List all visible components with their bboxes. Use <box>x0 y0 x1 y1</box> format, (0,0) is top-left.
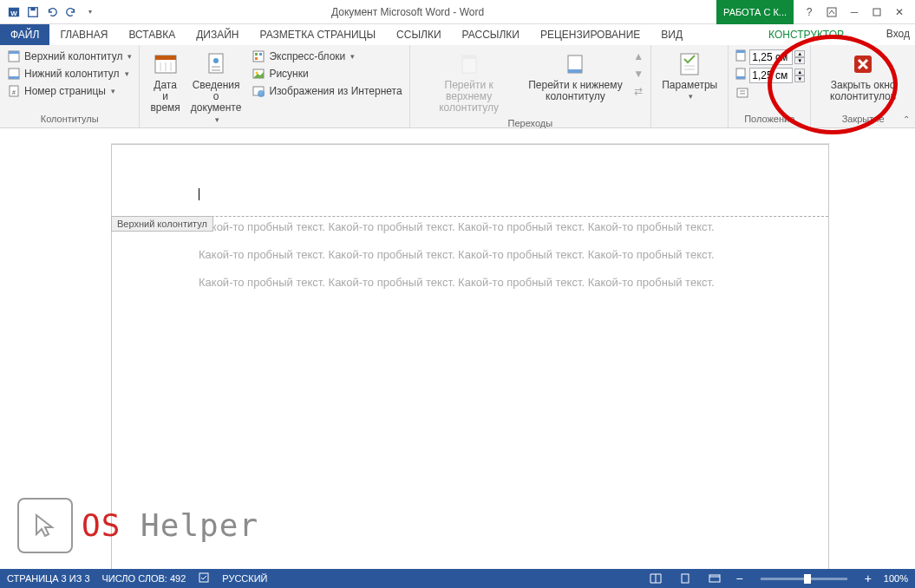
maximize-button[interactable] <box>866 3 887 21</box>
nav-prev-button: ▲ <box>631 49 645 64</box>
quick-parts-icon <box>252 49 265 63</box>
align-tab-icon <box>735 86 749 100</box>
quick-parts-button[interactable]: Экспресс-блоки▾ <box>250 49 403 64</box>
tab-layout[interactable]: РАЗМЕТКА СТРАНИЦЫ <box>250 24 387 45</box>
insert-alignment-tab[interactable] <box>734 85 805 101</box>
pictures-icon <box>252 67 265 81</box>
svg-rect-40 <box>737 88 748 97</box>
proofing-icon[interactable] <box>198 572 210 585</box>
zoom-slider[interactable] <box>761 578 847 580</box>
print-layout-button[interactable] <box>676 572 694 585</box>
tab-references[interactable]: ССЫЛКИ <box>386 24 451 45</box>
tab-design[interactable]: ДИЗАЙН <box>186 24 249 45</box>
goto-footer-label: Перейти к нижнему колонтитулу <box>528 80 624 102</box>
qat-customize-button[interactable]: ▾ <box>82 3 99 21</box>
svg-rect-33 <box>681 54 698 75</box>
doc-info-icon <box>202 50 230 78</box>
online-pictures-button[interactable]: Изображения из Интернета <box>250 83 403 99</box>
header-top-icon <box>734 49 748 65</box>
svg-rect-32 <box>568 69 582 73</box>
svg-text:#: # <box>12 89 16 95</box>
body-paragraph: Какой-то пробный текст. Какой-то пробный… <box>199 247 742 263</box>
spin-up[interactable]: ▲ <box>794 69 805 75</box>
tab-review[interactable]: РЕЦЕНЗИРОВАНИЕ <box>530 24 650 45</box>
zoom-level[interactable]: 100% <box>884 573 908 584</box>
quick-access-toolbar: W ▾ <box>0 3 99 21</box>
watermark-text: OS Helper <box>82 507 258 544</box>
ribbon-display-button[interactable] <box>821 3 842 21</box>
zoom-in-button[interactable]: + <box>865 572 872 585</box>
header-tag-label: Верхний колонтитул <box>111 216 213 232</box>
help-button[interactable]: ? <box>799 3 820 21</box>
spin-down[interactable]: ▼ <box>794 75 805 82</box>
status-language[interactable]: РУССКИЙ <box>222 573 267 584</box>
status-page[interactable]: СТРАНИЦА 3 ИЗ 3 <box>7 573 90 584</box>
header-top-value[interactable] <box>749 49 793 65</box>
sign-in-link[interactable]: Вход <box>886 28 910 40</box>
group-hf-label: Колонтитулы <box>5 112 134 124</box>
svg-rect-9 <box>9 76 19 79</box>
spin-down[interactable]: ▼ <box>794 57 805 64</box>
group-navigation: Перейти к верхнему колонтитулу Перейти к… <box>410 45 652 127</box>
ribbon: Верхний колонтитул▾ Нижний колонтитул▾ #… <box>0 45 915 128</box>
tab-home[interactable]: ГЛАВНАЯ <box>49 24 118 45</box>
group-position: ▲▼ ▲▼ Положение <box>729 45 811 127</box>
footer-bottom-value[interactable] <box>749 68 793 83</box>
close-header-footer-button[interactable]: Закрыть окно колонтитулов <box>816 49 910 112</box>
goto-footer-button[interactable]: Перейти к нижнему колонтитулу <box>523 49 629 116</box>
spin-up[interactable]: ▲ <box>794 50 805 57</box>
svg-rect-44 <box>199 573 208 582</box>
read-mode-button[interactable] <box>647 572 664 585</box>
wm-helper: Helper <box>121 507 258 543</box>
watermark-logo: OS Helper <box>17 498 258 553</box>
options-button[interactable]: Параметры ▾ <box>657 49 722 112</box>
date-time-button[interactable]: Дата и время <box>145 49 185 126</box>
svg-rect-20 <box>212 69 220 71</box>
quick-parts-label: Экспресс-блоки <box>269 50 345 62</box>
pictures-button[interactable]: Рисунки <box>250 66 403 82</box>
footer-label: Нижний колонтитул <box>24 68 120 80</box>
svg-rect-45 <box>682 574 689 583</box>
horizontal-ruler[interactable] <box>111 128 830 144</box>
nav-next-button: ▼ <box>631 66 645 82</box>
tab-insert[interactable]: ВСТАВКА <box>118 24 186 45</box>
undo-button[interactable] <box>43 3 61 21</box>
tab-mailings[interactable]: РАССЫЛКИ <box>452 24 530 45</box>
svg-point-28 <box>258 90 265 97</box>
header-icon <box>7 49 21 63</box>
group-position-label: Положение <box>734 112 805 124</box>
svg-rect-5 <box>873 9 880 16</box>
svg-rect-24 <box>255 57 258 60</box>
save-button[interactable] <box>24 3 42 21</box>
context-tab-group: РАБОТА С К... <box>716 0 794 24</box>
header-from-top[interactable]: ▲▼ <box>734 49 805 65</box>
header-label: Верхний колонтитул <box>24 50 122 62</box>
footer-bottom-icon <box>734 67 748 83</box>
window-controls: ? ─ ✕ <box>794 3 915 21</box>
text-cursor <box>199 186 742 202</box>
tab-file[interactable]: ФАЙЛ <box>0 24 49 45</box>
web-layout-button[interactable] <box>706 572 723 585</box>
tab-view[interactable]: ВИД <box>650 24 693 45</box>
page-number-button[interactable]: # Номер страницы▾ <box>5 83 134 99</box>
svg-rect-21 <box>253 51 264 62</box>
ribbon-tabs: ФАЙЛ ГЛАВНАЯ ВСТАВКА ДИЗАЙН РАЗМЕТКА СТР… <box>0 24 915 45</box>
goto-header-button: Перейти к верхнему колонтитулу <box>415 49 523 116</box>
pictures-label: Рисунки <box>269 68 308 80</box>
footer-button[interactable]: Нижний колонтитул▾ <box>5 66 134 82</box>
redo-button[interactable] <box>62 3 80 21</box>
date-time-label: Дата и время <box>150 80 180 114</box>
minimize-button[interactable]: ─ <box>844 3 865 21</box>
nav-link-button: ⇄ <box>631 83 645 99</box>
zoom-out-button[interactable]: − <box>735 572 742 585</box>
svg-rect-23 <box>259 53 262 56</box>
status-word-count[interactable]: ЧИСЛО СЛОВ: 492 <box>102 573 186 584</box>
doc-info-button[interactable]: Сведения о документе▾ <box>186 49 247 126</box>
collapse-ribbon-button[interactable]: ⌃ <box>903 114 910 124</box>
next-icon: ▼ <box>633 67 644 81</box>
close-button[interactable]: ✕ <box>889 3 910 21</box>
tab-constructor[interactable]: КОНСТРУКТОР <box>758 24 854 45</box>
header-edit-zone[interactable] <box>112 145 828 202</box>
header-button[interactable]: Верхний колонтитул▾ <box>5 49 134 64</box>
footer-from-bottom[interactable]: ▲▼ <box>734 67 805 83</box>
